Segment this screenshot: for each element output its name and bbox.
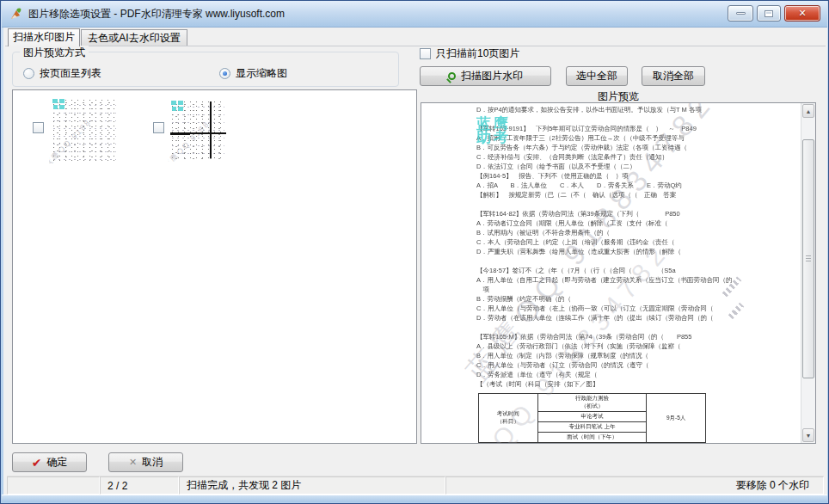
radio-thumbnail-icon[interactable]	[219, 68, 230, 79]
only-first-pages-option[interactable]: 只扫描前10页图片	[420, 46, 519, 61]
radio-list-label: 按页面呈列表	[40, 66, 101, 81]
scrollbar-thumb[interactable]	[802, 139, 814, 378]
only-first-pages-label: 只扫描前10页图片	[436, 46, 519, 61]
window-title: 图片移除选项设置 - PDF水印清理专家 www.liyusoft.com	[28, 7, 285, 22]
close-button[interactable]: ✕	[784, 5, 820, 22]
window-bottom-frame	[2, 495, 827, 502]
thumbnail-2-table-line	[210, 101, 212, 159]
cancel-label: 取消	[142, 455, 163, 470]
minimize-button[interactable]	[728, 5, 753, 22]
watermark-logo: 蓝鹰 助考	[476, 117, 511, 144]
status-cell-empty	[7, 476, 100, 495]
thumbnail-2-checkbox[interactable]	[153, 122, 164, 133]
maximize-button[interactable]	[757, 5, 781, 22]
tab-decolor-ai-settings[interactable]: 去色或AI去水印设置	[81, 29, 187, 46]
thumbnail-2-logo	[171, 101, 183, 111]
preview-mode-label: 图片预览方式	[20, 46, 89, 60]
scroll-down-icon[interactable]: ▼	[802, 428, 814, 442]
deselect-all-button[interactable]: 取消全部	[642, 66, 705, 86]
x-icon: ✕	[129, 457, 137, 468]
radio-thumbnail-mode[interactable]: 显示缩略图	[219, 66, 287, 81]
radio-list-mode[interactable]: 按页面呈列表	[23, 66, 101, 81]
image-preview-panel[interactable]: 蓝鹰 助考 蓝鹰QQ 918834782 蓝鹰QQ 918834782 D．按P…	[421, 102, 816, 444]
select-all-button[interactable]: 选中全部	[566, 66, 628, 86]
radio-thumbnail-label: 显示缩略图	[236, 66, 287, 81]
tab-divider	[5, 46, 826, 46]
app-icon	[9, 7, 23, 22]
thumbnail-1-logo	[52, 99, 64, 109]
thumbnail-list-panel[interactable]: 蓝鹰QQ 9188 蓝鹰QQ 9188	[12, 89, 417, 444]
title-bar: 图片移除选项设置 - PDF水印清理专家 www.liyusoft.com ✕	[2, 1, 827, 28]
status-page-count: 2 / 2	[100, 476, 179, 495]
client-area: 扫描水印图片 去色或AI去水印设置 图片预览方式 按页面呈列表 显示缩略图 只扫…	[3, 28, 827, 496]
maximize-icon	[765, 10, 773, 17]
magnifier-icon	[448, 72, 456, 80]
scroll-up-icon[interactable]: ▲	[802, 104, 814, 118]
thumbnail-1-checkbox[interactable]	[33, 122, 44, 133]
thumbnail-2-table-line	[170, 133, 190, 135]
status-bar: 2 / 2 扫描完成，共发现 2 图片 要移除 0 个水印	[7, 476, 824, 495]
thumbnail-1[interactable]: 蓝鹰QQ 9188	[49, 96, 118, 163]
close-icon: ✕	[798, 8, 806, 19]
radio-list-icon[interactable]	[23, 68, 34, 79]
scan-images-button[interactable]: 扫描图片水印	[420, 66, 551, 86]
tab-scan-watermark-images[interactable]: 扫描水印图片	[8, 28, 80, 46]
check-icon: ✔	[32, 456, 42, 470]
thumbnail-2[interactable]: 蓝鹰QQ 9188	[168, 98, 226, 162]
status-watermark-count: 要移除 0 个水印	[445, 476, 824, 495]
preview-scrollbar[interactable]: ▲ ▼	[801, 103, 815, 443]
minimize-icon	[736, 12, 746, 15]
preview-mode-groupbox: 图片预览方式 按页面呈列表 显示缩略图	[12, 52, 399, 87]
status-message: 扫描完成，共发现 2 图片	[179, 476, 445, 495]
app-window: 图片移除选项设置 - PDF水印清理专家 www.liyusoft.com ✕ …	[0, 0, 829, 504]
ok-label: 确定	[46, 455, 67, 470]
only-first-pages-checkbox[interactable]	[420, 48, 431, 59]
scan-images-label: 扫描图片水印	[461, 69, 523, 83]
ok-button[interactable]: ✔ 确定	[12, 452, 87, 472]
cancel-button[interactable]: ✕ 取消	[108, 452, 183, 472]
